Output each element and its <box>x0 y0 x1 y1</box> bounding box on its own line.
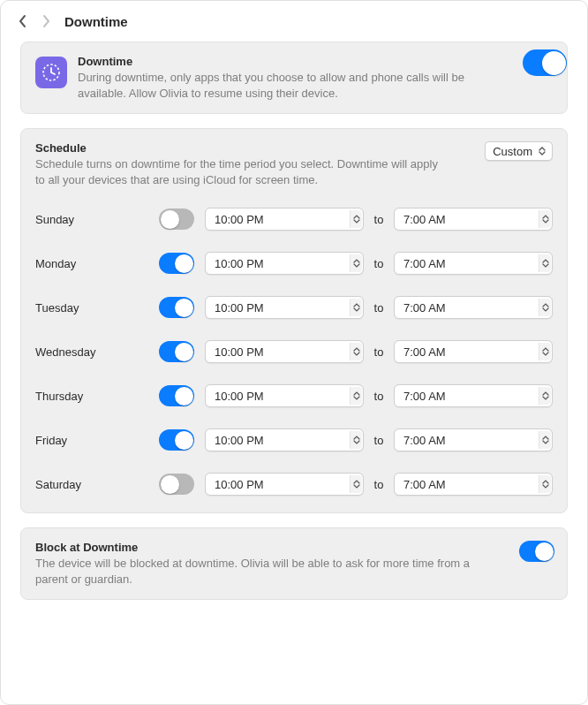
from-time-field[interactable]: 10:00 PM <box>205 384 364 407</box>
to-time-value: 7:00 AM <box>403 257 539 270</box>
time-stepper[interactable] <box>350 431 362 449</box>
day-toggle[interactable] <box>159 297 194 318</box>
stepper-icon <box>351 432 363 448</box>
titlebar: Downtime <box>1 1 587 42</box>
stepper-icon <box>351 344 363 360</box>
day-toggle[interactable] <box>159 429 194 451</box>
downtime-toggle[interactable] <box>523 49 567 76</box>
to-time-value: 7:00 AM <box>403 434 539 447</box>
time-stepper[interactable] <box>539 343 551 360</box>
to-label: to <box>364 257 394 270</box>
downtime-title: Downtime <box>78 55 473 68</box>
stepper-icon <box>539 476 552 492</box>
from-time-value: 10:00 PM <box>215 478 350 491</box>
time-stepper[interactable] <box>539 387 551 405</box>
to-label: to <box>364 478 394 491</box>
day-label: Wednesday <box>35 345 159 359</box>
day-row: Wednesday 10:00 PM to 7:00 AM <box>35 336 553 368</box>
stepper-icon <box>539 432 552 448</box>
stepper-icon <box>351 388 363 404</box>
time-stepper[interactable] <box>350 475 362 493</box>
stepper-icon <box>539 255 552 271</box>
from-time-field[interactable]: 10:00 PM <box>205 252 364 275</box>
downtime-desc: During downtime, only apps that you choo… <box>78 70 473 101</box>
from-time-value: 10:00 PM <box>215 213 350 226</box>
from-time-value: 10:00 PM <box>215 257 350 270</box>
block-desc: The device will be blocked at downtime. … <box>35 556 553 587</box>
day-label: Tuesday <box>35 301 159 315</box>
time-stepper[interactable] <box>539 254 551 272</box>
stepper-icon <box>539 344 552 360</box>
to-time-field[interactable]: 7:00 AM <box>394 252 553 275</box>
to-time-value: 7:00 AM <box>403 213 539 226</box>
to-time-field[interactable]: 7:00 AM <box>394 296 553 319</box>
to-time-field[interactable]: 7:00 AM <box>394 384 553 407</box>
time-stepper[interactable] <box>539 299 551 316</box>
schedule-mode-select[interactable]: Custom <box>485 141 553 161</box>
from-time-field[interactable]: 10:00 PM <box>205 428 364 451</box>
schedule-title: Schedule <box>35 141 553 155</box>
time-stepper[interactable] <box>539 475 551 493</box>
to-label: to <box>364 301 394 315</box>
to-time-value: 7:00 AM <box>403 345 539 359</box>
day-toggle[interactable] <box>159 253 194 274</box>
downtime-card: Downtime During downtime, only apps that… <box>20 42 568 114</box>
block-toggle[interactable] <box>519 541 554 562</box>
day-row: Sunday 10:00 PM to 7:00 AM <box>35 203 553 235</box>
time-stepper[interactable] <box>350 343 362 360</box>
stepper-icon <box>351 299 363 315</box>
back-button[interactable] <box>11 8 34 34</box>
from-time-field[interactable]: 10:00 PM <box>205 340 364 363</box>
day-row: Monday 10:00 PM to 7:00 AM <box>35 247 553 279</box>
to-time-field[interactable]: 7:00 AM <box>394 340 553 363</box>
day-toggle[interactable] <box>159 385 194 406</box>
block-title: Block at Downtime <box>35 541 553 554</box>
content-area: Downtime During downtime, only apps that… <box>1 42 587 633</box>
stepper-icon <box>351 476 363 492</box>
day-label: Sunday <box>35 213 159 226</box>
to-time-value: 7:00 AM <box>403 301 539 315</box>
to-label: to <box>364 390 394 403</box>
to-time-field[interactable]: 7:00 AM <box>394 473 553 496</box>
time-stepper[interactable] <box>350 387 362 405</box>
day-toggle[interactable] <box>159 341 194 362</box>
block-at-downtime-card: Block at Downtime The device will be blo… <box>20 527 568 600</box>
from-time-field[interactable]: 10:00 PM <box>205 208 364 231</box>
day-row: Tuesday 10:00 PM to 7:00 AM <box>35 292 553 323</box>
from-time-value: 10:00 PM <box>215 345 350 359</box>
to-time-field[interactable]: 7:00 AM <box>394 208 553 231</box>
day-label: Monday <box>35 257 159 270</box>
stepper-icon <box>351 255 363 271</box>
from-time-field[interactable]: 10:00 PM <box>205 473 364 496</box>
time-stepper[interactable] <box>350 210 362 228</box>
schedule-desc: Schedule turns on downtime for the time … <box>35 156 553 187</box>
to-time-value: 7:00 AM <box>403 390 539 403</box>
schedule-panel: Schedule Schedule turns on downtime for … <box>20 128 568 513</box>
time-stepper[interactable] <box>350 299 362 316</box>
time-stepper[interactable] <box>539 210 551 228</box>
to-label: to <box>364 434 394 447</box>
stepper-icon <box>539 388 552 404</box>
day-label: Friday <box>35 434 159 447</box>
to-label: to <box>364 213 394 226</box>
day-toggle[interactable] <box>159 474 194 495</box>
from-time-value: 10:00 PM <box>215 390 350 403</box>
day-row: Friday 10:00 PM to 7:00 AM <box>35 424 553 456</box>
day-row: Saturday 10:00 PM to 7:00 AM <box>35 468 553 500</box>
schedule-mode-value: Custom <box>493 145 532 158</box>
stepper-icon <box>539 299 552 315</box>
time-stepper[interactable] <box>350 254 362 272</box>
from-time-field[interactable]: 10:00 PM <box>205 296 364 319</box>
page-title: Downtime <box>64 14 128 29</box>
to-time-value: 7:00 AM <box>403 478 539 491</box>
to-time-field[interactable]: 7:00 AM <box>394 428 553 451</box>
from-time-value: 10:00 PM <box>215 301 350 315</box>
stepper-icon <box>351 211 363 227</box>
forward-button[interactable] <box>34 8 57 34</box>
from-time-value: 10:00 PM <box>215 434 350 447</box>
day-row: Thursday 10:00 PM to 7:00 AM <box>35 380 553 412</box>
downtime-icon <box>35 57 67 88</box>
to-label: to <box>364 345 394 359</box>
day-toggle[interactable] <box>159 208 194 230</box>
time-stepper[interactable] <box>539 431 551 449</box>
